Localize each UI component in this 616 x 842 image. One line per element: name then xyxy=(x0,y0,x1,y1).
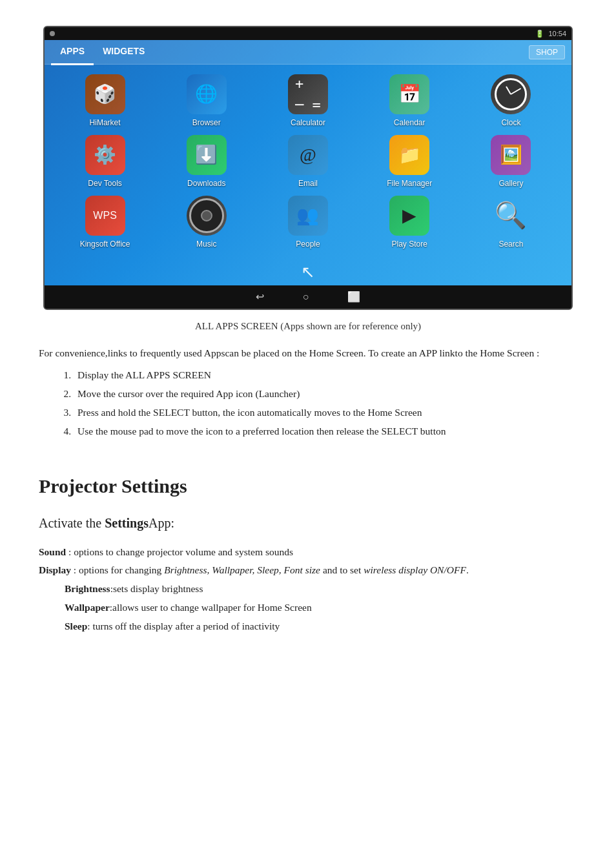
calendar-label: Calendar xyxy=(394,117,426,128)
cursor-arrow: ↖ xyxy=(301,260,315,285)
app-item-clock[interactable]: Clock xyxy=(464,74,559,128)
calculator-label: Calculator xyxy=(291,117,325,128)
back-button[interactable]: ↩ xyxy=(256,289,264,305)
step-4: 4. Use the mouse pad to move the icon to… xyxy=(58,424,577,438)
android-icon xyxy=(50,31,55,36)
display-setting: Display : options for changing Brightnes… xyxy=(39,562,577,579)
kingsoft-label: Kingsoft Office xyxy=(80,238,130,250)
people-icon: 👥 xyxy=(288,196,328,236)
clock-icon xyxy=(491,74,531,114)
brightness-desc: :sets display brightness xyxy=(110,583,203,594)
devtools-label: Dev Tools xyxy=(88,178,121,189)
filemanager-label: File Manager xyxy=(387,178,432,189)
wallpaper-setting: Wallpaper:allows user to change wallpape… xyxy=(65,600,577,616)
step-1: 1. Display the ALL APPS SCREEN xyxy=(58,367,577,382)
app-item-music[interactable]: Music xyxy=(159,196,254,250)
recent-button[interactable]: ⬜ xyxy=(347,289,360,305)
people-label: People xyxy=(296,238,320,250)
app-item-calculator[interactable]: +─ = Calculator xyxy=(260,74,355,128)
shop-button[interactable]: SHOP xyxy=(529,45,565,59)
wallpaper-term: Wallpaper xyxy=(65,602,110,613)
display-italic-suffix: wireless display ON/OFF xyxy=(364,564,466,575)
app-item-devtools[interactable]: ⚙️ Dev Tools xyxy=(57,135,152,189)
sleep-term: Sleep xyxy=(65,621,87,632)
app-item-downloads[interactable]: ⬇️ Downloads xyxy=(159,135,254,189)
playstore-label: Play Store xyxy=(392,238,427,250)
step-2: 2. Move the cursor over the required App… xyxy=(58,386,577,401)
home-button[interactable]: ○ xyxy=(303,289,309,305)
app-item-playstore[interactable]: ▶ Play Store xyxy=(362,196,457,250)
wallpaper-desc: :allows user to change wallpaper for Hom… xyxy=(110,602,312,613)
app-item-people[interactable]: 👥 People xyxy=(260,196,355,250)
calendar-icon: 📅 xyxy=(389,74,429,114)
gallery-label: Gallery xyxy=(498,178,523,189)
brightness-term: Brightness xyxy=(65,583,110,594)
gallery-icon: 🖼️ xyxy=(491,135,531,175)
downloads-icon: ⬇️ xyxy=(187,135,227,175)
sound-term: Sound xyxy=(39,546,66,557)
sound-desc: : options to change projector volume and… xyxy=(66,546,293,557)
music-label: Music xyxy=(196,238,216,250)
subsection-suffix: App: xyxy=(149,516,174,530)
playstore-icon: ▶ xyxy=(389,196,429,236)
display-italic: Brightness, Wallpaper, Sleep, Font size xyxy=(164,564,320,575)
brightness-setting: Brightness:sets display brightness xyxy=(65,581,577,597)
display-dot: . xyxy=(466,564,469,575)
app-item-browser[interactable]: 🌐 Browser xyxy=(159,74,254,128)
search-icon: 🔍 xyxy=(491,196,531,236)
display-desc-suffix: and to set xyxy=(320,564,364,575)
music-icon xyxy=(187,196,227,236)
display-desc: : options for changing xyxy=(71,564,164,575)
device-frame: 🔋 10:54 APPS WIDGETS SHOP 🎲 HiMarket 🌐 B… xyxy=(43,26,573,310)
app-item-gallery[interactable]: 🖼️ Gallery xyxy=(464,135,559,189)
app-screen: APPS WIDGETS SHOP 🎲 HiMarket 🌐 Browser +… xyxy=(45,40,571,285)
email-icon: @ xyxy=(288,135,328,175)
email-label: Email xyxy=(298,178,318,189)
caption: ALL APPS SCREEN (Apps shown are for refe… xyxy=(39,319,577,334)
filemanager-icon: 📁 xyxy=(389,135,429,175)
himarket-icon: 🎲 xyxy=(85,74,125,114)
clock-label: Clock xyxy=(501,117,520,128)
sound-setting: Sound : options to change projector volu… xyxy=(39,544,577,560)
devtools-icon: ⚙️ xyxy=(85,135,125,175)
time-display: 10:54 xyxy=(548,28,566,39)
status-bar: 🔋 10:54 xyxy=(45,27,571,40)
display-term: Display xyxy=(39,564,71,575)
tab-apps[interactable]: APPS xyxy=(51,39,94,65)
browser-icon: 🌐 xyxy=(187,74,227,114)
tab-widgets[interactable]: WIDGETS xyxy=(94,39,154,65)
sleep-desc: : turns off the display after a period o… xyxy=(87,621,280,632)
battery-icon: 🔋 xyxy=(535,28,544,39)
himarket-label: HiMarket xyxy=(90,117,121,128)
kingsoft-icon: WPS xyxy=(85,196,125,236)
sleep-setting: Sleep: turns off the display after a per… xyxy=(65,619,577,635)
subsection-title: Activate the SettingsApp: xyxy=(39,513,577,533)
downloads-label: Downloads xyxy=(187,178,225,189)
apps-grid: 🎲 HiMarket 🌐 Browser +─ = Calculator 📅 C… xyxy=(45,65,571,260)
search-label: Search xyxy=(498,238,523,250)
section-title: Projector Settings xyxy=(39,471,577,500)
app-item-email[interactable]: @ Email xyxy=(260,135,355,189)
app-item-himarket[interactable]: 🎲 HiMarket xyxy=(57,74,152,128)
app-item-filemanager[interactable]: 📁 File Manager xyxy=(362,135,457,189)
subsection-bold: Settings xyxy=(105,516,149,530)
step-3: 3. Press and hold the SELECT button, the… xyxy=(58,405,577,420)
tab-bar: APPS WIDGETS SHOP xyxy=(45,40,571,65)
nav-bar: ↩ ○ ⬜ xyxy=(45,285,571,309)
app-item-calendar[interactable]: 📅 Calendar xyxy=(362,74,457,128)
app-item-search[interactable]: 🔍 Search xyxy=(464,196,559,250)
body-text: For convenience,links to frequently used… xyxy=(39,345,577,361)
app-item-kingsoft[interactable]: WPS Kingsoft Office xyxy=(57,196,152,250)
subsection-prefix: Activate the xyxy=(39,516,105,530)
browser-label: Browser xyxy=(192,117,221,128)
steps-list: 1. Display the ALL APPS SCREEN 2. Move t… xyxy=(58,367,577,439)
calculator-icon: +─ = xyxy=(288,74,328,114)
